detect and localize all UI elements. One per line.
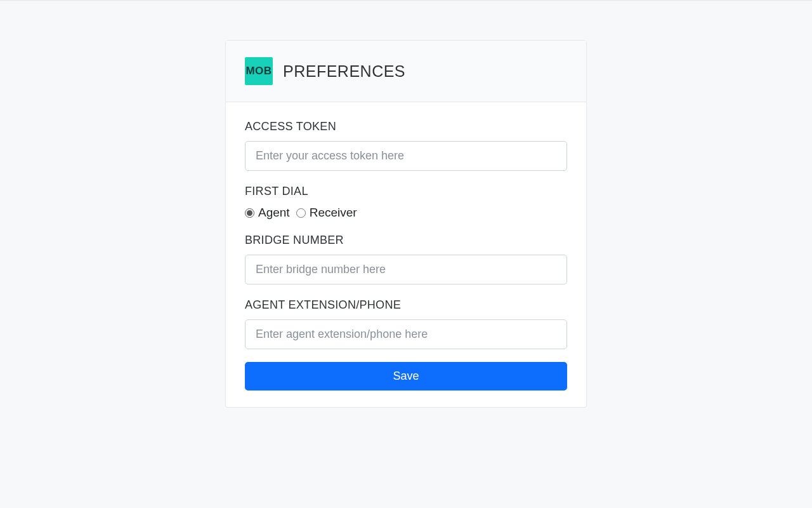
radio-receiver-label[interactable]: Receiver <box>296 206 357 220</box>
page-container: MOB PREFERENCES ACCESS TOKEN FIRST DIAL … <box>0 1 812 408</box>
agent-extension-label: AGENT EXTENSION/PHONE <box>245 298 567 312</box>
app-logo-icon: MOB <box>245 57 273 85</box>
card-header: MOB PREFERENCES <box>226 41 586 102</box>
agent-extension-group: AGENT EXTENSION/PHONE <box>245 298 567 349</box>
access-token-label: ACCESS TOKEN <box>245 120 567 133</box>
radio-agent-text: Agent <box>258 206 290 220</box>
save-button[interactable]: Save <box>245 362 567 391</box>
radio-agent-label[interactable]: Agent <box>245 206 290 220</box>
radio-agent[interactable] <box>245 208 254 218</box>
bridge-number-label: BRIDGE NUMBER <box>245 234 567 247</box>
preferences-card: MOB PREFERENCES ACCESS TOKEN FIRST DIAL … <box>225 40 587 408</box>
page-title: PREFERENCES <box>283 62 405 81</box>
access-token-input[interactable] <box>245 141 567 171</box>
bridge-number-group: BRIDGE NUMBER <box>245 234 567 284</box>
first-dial-label: FIRST DIAL <box>245 185 567 198</box>
first-dial-radio-group: Agent Receiver <box>245 206 567 220</box>
access-token-group: ACCESS TOKEN <box>245 120 567 171</box>
first-dial-group: FIRST DIAL Agent Receiver <box>245 185 567 220</box>
radio-receiver[interactable] <box>296 208 306 218</box>
card-body: ACCESS TOKEN FIRST DIAL Agent Receiver <box>226 102 586 407</box>
logo-text: MOB <box>246 65 272 77</box>
radio-receiver-text: Receiver <box>310 206 357 220</box>
agent-extension-input[interactable] <box>245 319 567 349</box>
bridge-number-input[interactable] <box>245 255 567 284</box>
